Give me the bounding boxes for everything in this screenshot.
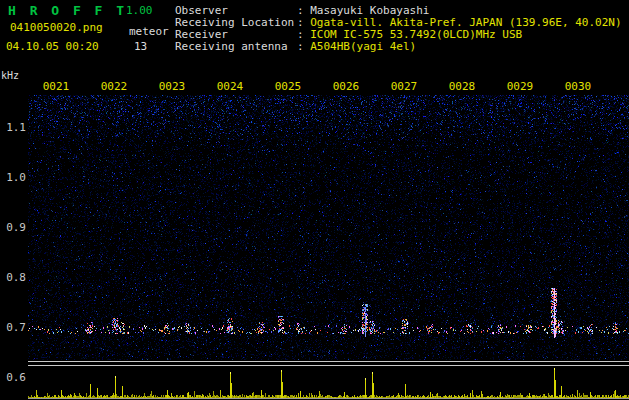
app-version: 1.00 — [126, 5, 153, 17]
time-tick-label: 0025 — [275, 81, 302, 92]
station-info: Observer: Masayuki KobayashiReceiving Lo… — [175, 5, 622, 53]
time-tick-label: 0021 — [43, 81, 70, 92]
app-title: H R O F F T — [8, 3, 127, 18]
baseline-line — [28, 398, 629, 399]
station-info-row: Receiving antenna: A504HB(yagi 4el) — [175, 41, 622, 53]
time-tick-label: 0026 — [333, 81, 360, 92]
freq-tick-label: 0.8 — [4, 272, 26, 284]
freq-tick-label: 0.9 — [4, 222, 26, 234]
freq-tick-label: 0.7 — [4, 322, 26, 334]
separator-line-top — [28, 361, 629, 362]
time-tick-label: 0023 — [159, 81, 186, 92]
time-tick-label: 0028 — [449, 81, 476, 92]
hrofft-output-window: H R O F F T 1.00 0410050020.png meteor 0… — [0, 0, 629, 400]
separator-line-bottom — [28, 365, 629, 366]
freq-tick-label: 1.1 — [4, 122, 26, 134]
time-tick-label: 0030 — [565, 81, 592, 92]
datetime-label: 04.10.05 00:20 — [6, 41, 99, 53]
output-filename: 0410050020.png — [10, 22, 103, 34]
echo-count: 13 — [134, 41, 147, 53]
signal-level-plot — [28, 368, 629, 398]
time-tick-label: 0029 — [507, 81, 534, 92]
spectrogram-plot — [28, 95, 629, 360]
freq-axis-unit: kHz — [1, 70, 19, 81]
time-tick-label: 0022 — [101, 81, 128, 92]
freq-tick-label: 0.6 — [4, 372, 26, 384]
time-tick-label: 0024 — [217, 81, 244, 92]
mode-label: meteor — [129, 26, 169, 38]
time-tick-label: 0027 — [391, 81, 418, 92]
freq-tick-label: 1.0 — [4, 172, 26, 184]
